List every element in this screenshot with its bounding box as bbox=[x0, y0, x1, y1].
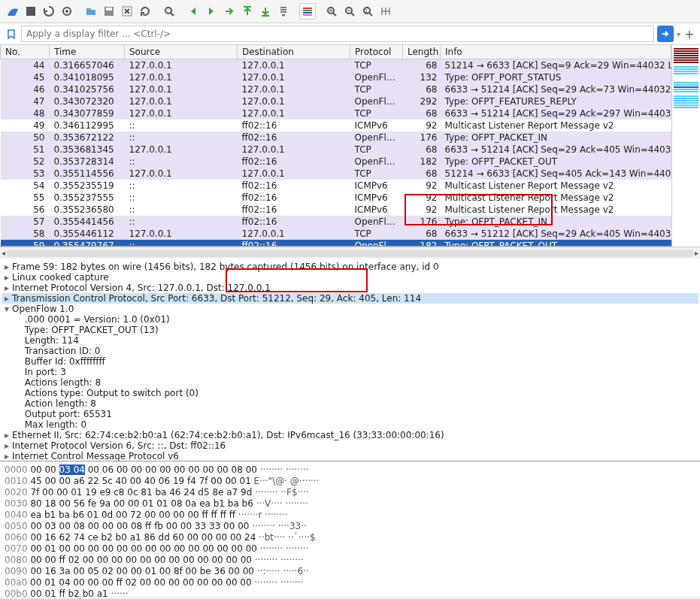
packet-cell: ff02::16 bbox=[238, 240, 350, 247]
save-icon[interactable] bbox=[101, 3, 117, 20]
bookmark-icon[interactable] bbox=[5, 27, 18, 41]
packet-cell: TCP bbox=[350, 59, 403, 72]
minimap-bar bbox=[674, 98, 698, 99]
minimap-bar bbox=[674, 89, 698, 90]
packet-row[interactable]: 480.343077859127.0.0.1127.0.0.1TCP686633… bbox=[1, 107, 671, 119]
restart-icon[interactable] bbox=[41, 3, 57, 20]
go-first-icon[interactable] bbox=[239, 3, 256, 20]
zoom-out-icon[interactable] bbox=[341, 3, 358, 20]
packet-row[interactable]: 550.355237555::ff02::16ICMPv692Multicast… bbox=[1, 192, 671, 204]
packet-row[interactable]: 520.353728314::ff02::16OpenFl…182Type: O… bbox=[1, 156, 671, 168]
packet-row[interactable]: 540.355235519::ff02::16ICMPv692Multicast… bbox=[1, 180, 671, 192]
packet-row[interactable]: 570.355441456::ff02::16OpenFl…176Type: O… bbox=[1, 216, 671, 228]
close-icon[interactable] bbox=[119, 3, 135, 20]
detail-openflow[interactable]: ▾OpenFlow 1.0 bbox=[2, 304, 698, 314]
column-header-length[interactable]: Length bbox=[403, 45, 441, 59]
hex-row[interactable]: 00a0 00 01 04 00 00 00 ff 02 00 00 00 00… bbox=[5, 577, 695, 588]
options-icon[interactable] bbox=[59, 3, 75, 20]
detail-of-outport[interactable]: Output port: 65531 bbox=[2, 409, 698, 419]
expand-icon[interactable]: ▸ bbox=[5, 293, 12, 304]
column-header-source[interactable]: Source bbox=[125, 45, 238, 59]
collapse-icon[interactable]: ▾ bbox=[5, 304, 12, 314]
detail-icmpv6[interactable]: ▸Internet Control Message Protocol v6 bbox=[2, 451, 698, 461]
packet-cell: ff02::16 bbox=[238, 216, 350, 228]
packet-row[interactable]: 470.343072320127.0.0.1127.0.0.1OpenFl…29… bbox=[1, 95, 671, 107]
packet-row[interactable]: 580.355446112127.0.0.1127.0.0.1TCP686633… bbox=[1, 228, 671, 240]
hex-row[interactable]: 0020 7f 00 00 01 19 e9 c8 0c 81 ba 46 24… bbox=[5, 487, 695, 498]
stop-icon[interactable] bbox=[23, 3, 39, 20]
go-forward-icon[interactable] bbox=[203, 3, 220, 20]
column-header-protocol[interactable]: Protocol bbox=[350, 45, 403, 59]
detail-ipv4[interactable]: ▸Internet Protocol Version 4, Src: 127.0… bbox=[2, 283, 698, 293]
hex-row[interactable]: 0040 ea b1 ba b6 01 0d 00 72 00 00 00 00… bbox=[5, 510, 695, 521]
packet-h-scrollbar[interactable]: ◂▸ bbox=[0, 247, 700, 259]
apply-filter-button[interactable] bbox=[657, 26, 674, 42]
detail-of-version[interactable]: .000 0001 = Version: 1.0 (0x01) bbox=[2, 314, 698, 325]
detail-ipv6[interactable]: ▸Internet Protocol Version 6, Src: ::, D… bbox=[2, 440, 698, 451]
hex-row[interactable]: 0090 00 16 3a 00 05 02 00 00 01 00 8f 00… bbox=[5, 566, 695, 577]
hex-row[interactable]: 0010 45 00 00 a6 22 5c 40 00 40 06 19 f4… bbox=[5, 476, 695, 487]
detail-of-actlen2[interactable]: Action length: 8 bbox=[2, 398, 698, 409]
expand-icon[interactable]: ▸ bbox=[5, 430, 12, 440]
packet-cell: 0.355446112 bbox=[50, 228, 125, 240]
expand-icon[interactable]: ▸ bbox=[5, 262, 12, 272]
packet-row[interactable]: 590.355479767::ff02::16OpenFl…182Type: O… bbox=[1, 240, 671, 247]
detail-of-acttype[interactable]: Actions type: Output to switch port (0) bbox=[2, 388, 698, 398]
packet-details-pane[interactable]: ▸Frame 59: 182 bytes on wire (1456 bits)… bbox=[0, 259, 700, 461]
detail-of-buffer[interactable]: Buffer Id: 0xffffffff bbox=[2, 356, 698, 367]
hex-row[interactable]: 0080 00 00 ff 02 00 00 00 00 00 00 00 00… bbox=[5, 555, 695, 566]
go-last-icon[interactable] bbox=[257, 3, 274, 20]
hex-row[interactable]: 0000 00 00 03 04 00 06 00 00 00 00 00 00… bbox=[5, 464, 695, 476]
zoom-reset-icon[interactable]: 1 bbox=[359, 3, 376, 20]
detail-of-actlen[interactable]: Actions length: 8 bbox=[2, 377, 698, 388]
packet-row[interactable]: 530.355114556127.0.0.1127.0.0.1TCP685121… bbox=[1, 168, 671, 180]
hex-row[interactable]: 0030 80 18 00 56 fe 9a 00 00 01 01 08 0a… bbox=[5, 498, 695, 510]
colorize-icon[interactable] bbox=[299, 3, 316, 20]
detail-eth[interactable]: ▸Ethernet II, Src: 62:74:ce:b2:b0:a1 (62… bbox=[2, 430, 698, 440]
packet-row[interactable]: 500.353672122::ff02::16OpenFl…176Type: O… bbox=[1, 132, 671, 144]
shark-fin-icon[interactable] bbox=[5, 3, 21, 20]
hex-row[interactable]: 0060 00 16 62 74 ce b2 b0 a1 86 dd 60 00… bbox=[5, 532, 695, 543]
go-back-icon[interactable] bbox=[185, 3, 202, 20]
resize-cols-icon[interactable] bbox=[377, 3, 394, 20]
detail-of-inport[interactable]: In port: 3 bbox=[2, 367, 698, 377]
auto-scroll-icon[interactable] bbox=[275, 3, 292, 20]
column-header-info[interactable]: Info bbox=[441, 45, 671, 59]
packet-row[interactable]: 440.316657046127.0.0.1127.0.0.1TCP685121… bbox=[1, 59, 671, 72]
zoom-in-icon[interactable] bbox=[323, 3, 340, 20]
expand-icon[interactable]: ▸ bbox=[5, 451, 12, 461]
go-to-icon[interactable] bbox=[221, 3, 238, 20]
packet-table-scroll[interactable]: No.TimeSourceDestinationProtocolLengthIn… bbox=[0, 45, 671, 247]
expand-icon[interactable]: ▸ bbox=[5, 440, 12, 451]
packet-row[interactable]: 510.353681345127.0.0.1127.0.0.1TCP686633… bbox=[1, 144, 671, 156]
packet-bytes-pane[interactable]: 0000 00 00 03 04 00 06 00 00 00 00 00 00… bbox=[0, 461, 700, 597]
detail-of-xid[interactable]: Transaction ID: 0 bbox=[2, 346, 698, 356]
hex-row[interactable]: 0050 00 03 00 08 00 00 00 08 ff fb 00 00… bbox=[5, 521, 695, 532]
packet-cell: TCP bbox=[350, 168, 403, 180]
expand-icon[interactable]: ▸ bbox=[5, 283, 12, 293]
minimap-bar bbox=[674, 82, 698, 83]
detail-of-type[interactable]: Type: OFPT_PACKET_OUT (13) bbox=[2, 325, 698, 335]
column-header-destination[interactable]: Destination bbox=[238, 45, 350, 59]
add-filter-button[interactable]: + bbox=[683, 27, 695, 41]
hex-row[interactable]: 00b0 00 01 ff b2 b0 a1 ······ bbox=[5, 588, 695, 597]
reload-icon[interactable] bbox=[137, 3, 153, 20]
detail-frame[interactable]: ▸Frame 59: 182 bytes on wire (1456 bits)… bbox=[2, 262, 698, 272]
packet-row[interactable]: 460.341025756127.0.0.1127.0.0.1TCP686633… bbox=[1, 83, 671, 95]
open-icon[interactable] bbox=[83, 3, 99, 20]
packet-minimap[interactable] bbox=[671, 45, 700, 247]
detail-of-maxlen[interactable]: Max length: 0 bbox=[2, 419, 698, 430]
find-icon[interactable] bbox=[161, 3, 177, 20]
packet-table: No.TimeSourceDestinationProtocolLengthIn… bbox=[0, 45, 671, 247]
hex-row[interactable]: 0070 00 01 00 00 00 00 00 00 00 00 00 00… bbox=[5, 543, 695, 555]
packet-row[interactable]: 450.341018095127.0.0.1127.0.0.1OpenFl…13… bbox=[1, 71, 671, 83]
detail-tcp[interactable]: ▸Transmission Control Protocol, Src Port… bbox=[2, 293, 698, 304]
expand-icon[interactable]: ▸ bbox=[5, 272, 12, 283]
display-filter-input[interactable] bbox=[21, 26, 654, 42]
column-header-no[interactable]: No. bbox=[1, 45, 50, 59]
packet-row[interactable]: 490.346112995::ff02::16ICMPv692Multicast… bbox=[1, 119, 671, 132]
detail-sll[interactable]: ▸Linux cooked capture bbox=[2, 272, 698, 283]
packet-row[interactable]: 560.355236580::ff02::16ICMPv692Multicast… bbox=[1, 204, 671, 216]
detail-of-length[interactable]: Length: 114 bbox=[2, 335, 698, 346]
column-header-time[interactable]: Time bbox=[50, 45, 125, 59]
